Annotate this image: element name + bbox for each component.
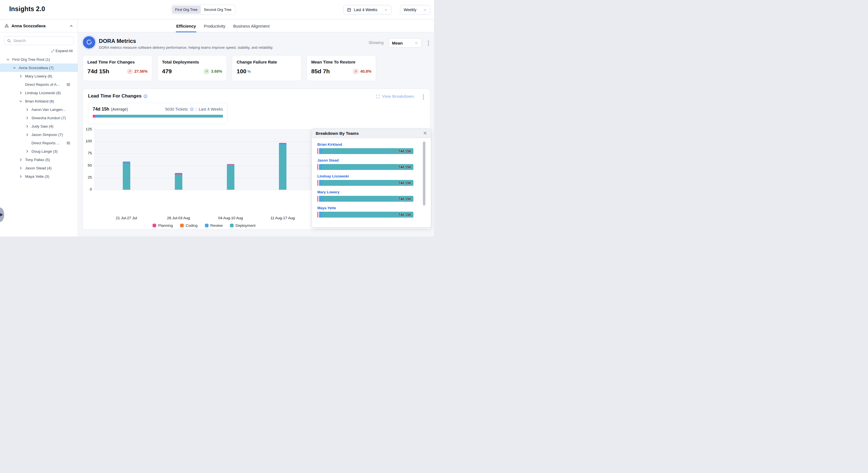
main-content: DORA Metrics DORA metrics measure softwa… — [78, 32, 434, 237]
dora-menu-button[interactable] — [428, 41, 429, 46]
chevron-right-icon[interactable] — [19, 158, 23, 161]
date-range-value: Last 4 Weeks — [354, 7, 377, 12]
tree-item-label: Direct Reports of A... — [25, 83, 60, 87]
delta-value: 3.68% — [211, 69, 222, 73]
tree-item-direct-reports-of-a[interactable]: Direct Reports of A... — [0, 80, 78, 89]
search-input[interactable] — [13, 38, 71, 43]
tree-item-label: Judy Saw (4) — [31, 124, 54, 128]
legend-label: Review — [211, 224, 223, 228]
breakdown-row-brian-kirkland: Brian Kirkland 74d 15h — [317, 142, 425, 154]
legend-item-review[interactable]: Review — [205, 224, 223, 228]
team-lead-time-bar: 74d 15h — [317, 148, 425, 154]
chart-legend: PlanningCodingReviewDeployment — [94, 224, 314, 228]
date-range-select[interactable]: Last 4 Weeks — [343, 5, 392, 14]
chevron-down-icon[interactable] — [12, 66, 17, 70]
tree-item-judy-saw-4[interactable]: Judy Saw (4) — [0, 122, 78, 130]
org-hierarchy-icon — [4, 24, 9, 28]
tree-item-direct-reports[interactable]: Direct Reports ... — [0, 139, 78, 147]
team-name-link[interactable]: Jason Stead — [317, 158, 425, 162]
filter-sliders-icon[interactable] — [66, 83, 70, 87]
tree-item-mary-lowery-6[interactable]: Mary Lowery (6) — [0, 72, 78, 80]
chevron-right-icon[interactable] — [25, 108, 29, 112]
metric-value: 85d 7h — [311, 68, 330, 75]
info-icon[interactable] — [143, 94, 148, 98]
bar-segment-deployment — [227, 165, 235, 190]
showing-select[interactable]: Mean — [389, 38, 422, 48]
chevron-right-icon[interactable] — [25, 132, 29, 137]
view-breakdown-button[interactable]: View Breakdown — [376, 94, 414, 98]
trend-up-icon: ↗ — [127, 68, 133, 75]
showing-value: Mean — [392, 41, 403, 46]
info-icon[interactable] — [190, 107, 194, 111]
bar-segment-deployment: 74d 15h — [322, 180, 413, 186]
tree-item-doug-lange-3[interactable]: Doug Lange (3) — [0, 147, 78, 155]
tree-item-maya-yette-3[interactable]: Maya Yette (3) — [0, 172, 78, 180]
tree-item-brian-kirkland-6[interactable]: Brian Kirkland (6) — [0, 97, 78, 105]
breakdown-row-maya-yette: Maya Yette 74d 15h — [317, 206, 425, 217]
team-name-link[interactable]: Maya Yette — [317, 206, 425, 210]
tab-productivity[interactable]: Productivity — [204, 20, 225, 32]
bar-segment-review — [123, 162, 130, 164]
team-name-link[interactable]: Mary Lowery — [317, 190, 425, 194]
metric-card-lead-time-for-changes: Lead Time For Changes 74d 15h↗27.56% — [83, 55, 152, 81]
legend-item-deployment[interactable]: Deployment — [230, 224, 255, 228]
chevron-right-icon[interactable] — [19, 174, 23, 178]
org-tree-option-2[interactable]: Second Org Tree — [201, 6, 235, 13]
expand-all-button[interactable]: ⤢ Expand All — [5, 49, 73, 53]
tree-item-label: Jason Stead (4) — [25, 166, 52, 170]
tree-item-sireesha-kunduri-7[interactable]: Sireesha Kunduri (7) — [0, 114, 78, 122]
chevron-right-icon[interactable] — [25, 149, 29, 153]
org-tree-option-1[interactable]: First Org Tree — [172, 6, 200, 13]
legend-item-planning[interactable]: Planning — [153, 224, 173, 228]
chevron-right-icon[interactable] — [25, 124, 29, 128]
chevron-down-icon[interactable] — [6, 57, 10, 61]
legend-swatch — [153, 224, 156, 227]
close-icon[interactable]: ✕ — [423, 131, 427, 136]
chevron-right-icon[interactable] — [25, 116, 29, 120]
y-axis-tick: 100 — [83, 139, 92, 143]
top-header: Insights 2.0 First Org TreeSecond Org Tr… — [0, 0, 434, 20]
tab-efficiency[interactable]: Efficiency — [176, 20, 196, 32]
team-lead-time-value: 74d 15h — [398, 197, 411, 201]
metric-title: Change Failure Rate — [237, 60, 297, 64]
bar-segment-deployment: 74d 15h — [322, 196, 413, 202]
legend-swatch — [230, 224, 234, 227]
chevron-right-icon[interactable] — [19, 166, 23, 170]
lead-time-menu-button[interactable] — [423, 94, 424, 99]
tree-item-jason-simpson-7[interactable]: Jason Simpson (7) — [0, 130, 78, 139]
trend-up-icon: ↗ — [353, 68, 359, 75]
chevron-down-icon — [423, 8, 427, 12]
team-name-link[interactable]: Brian Kirkland — [317, 142, 425, 147]
tree-item-jason-stead-4[interactable]: Jason Stead (4) — [0, 164, 78, 172]
tree-item-aaron-van-langen[interactable]: Aaron Van Langen... — [0, 105, 78, 114]
breakdown-panel-body: Brian Kirkland 74d 15h Jason Stead 74d 1… — [312, 138, 431, 217]
filter-sliders-icon[interactable] — [66, 141, 70, 145]
chevron-right-icon[interactable] — [19, 91, 23, 95]
metric-card-change-failure-rate: Change Failure Rate 100% — [232, 55, 302, 81]
chevron-up-icon[interactable] — [69, 24, 73, 28]
metric-value: 100 — [237, 68, 246, 75]
tree-item-lindsay-liszewski-8[interactable]: Lindsay Liszewski (8) — [0, 89, 78, 97]
tree-item-first-org-tree-root-1[interactable]: First Org Tree Root (1) — [0, 55, 78, 63]
org-tree: First Org Tree Root (1)Anna Scozzafava (… — [0, 55, 78, 180]
bar-segment-planning — [317, 180, 318, 186]
tree-item-label: Brian Kirkland (6) — [25, 99, 54, 104]
panel-scrollbar-thumb[interactable] — [423, 142, 425, 206]
tree-item-anna-scozzafava-7[interactable]: Anna Scozzafava (7) — [0, 63, 78, 72]
team-lead-time-value: 74d 15h — [398, 165, 411, 169]
team-name-link[interactable]: Lindsay Liszewski — [317, 174, 425, 178]
bar-segment-planning — [317, 196, 318, 202]
legend-item-coding[interactable]: Coding — [180, 224, 198, 228]
view-breakdown-label: View Breakdown — [382, 94, 414, 98]
tab-business-alignment[interactable]: Business Alignment — [233, 20, 270, 32]
team-lead-time-bar: 74d 15h — [317, 180, 425, 186]
delta-value: 27.56% — [134, 69, 148, 73]
bar-segment-deployment: 74d 15h — [322, 148, 413, 154]
legend-swatch — [180, 224, 184, 227]
granularity-select[interactable]: Weekly — [400, 5, 430, 14]
chevron-right-icon[interactable] — [19, 74, 23, 78]
chevron-down-icon[interactable] — [19, 99, 23, 103]
tree-item-tony-pallas-5[interactable]: Tony Pallas (5) — [0, 155, 78, 164]
sidebar-header[interactable]: Anna Scozzafava — [0, 20, 78, 32]
metric-value: 479 — [162, 68, 172, 75]
